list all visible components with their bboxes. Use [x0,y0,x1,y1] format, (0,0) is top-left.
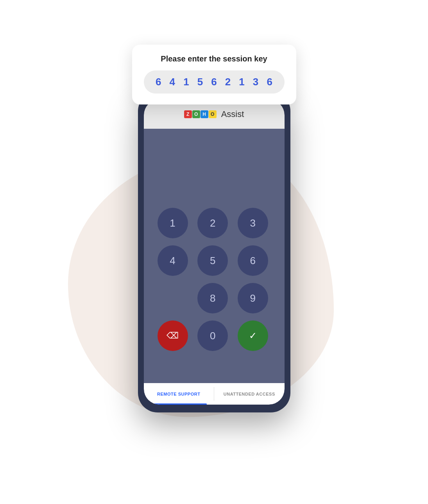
digit-0: 6 [153,76,164,88]
phone-frame: Z O H O Assist 1 2 3 4 5 6 [138,92,290,412]
delete-icon: ⌫ [167,331,179,341]
key-0[interactable]: 0 [197,320,228,351]
key-empty [158,283,188,313]
key-1[interactable]: 1 [158,208,188,238]
key-9[interactable]: 9 [238,283,268,313]
scene: Z O H O Assist 1 2 3 4 5 6 [38,27,390,477]
digit-4: 6 [208,76,219,88]
tab-bar: REMOTE SUPPORT UNATTENDED ACCESS [144,383,285,405]
zoho-logo: Z O H O [184,110,217,118]
zoho-o: O [192,110,200,118]
session-key-display: 6 4 1 5 6 2 1 3 6 [144,70,285,94]
logo-container: Z O H O Assist [184,109,244,119]
keypad-grid: 1 2 3 4 5 6 8 9 ⌫ 0 ✓ [158,208,271,351]
phone-screen: Z O H O Assist 1 2 3 4 5 6 [144,99,285,405]
session-title: Please enter the session key [144,54,285,63]
tab-unattended-access[interactable]: UNATTENDED ACCESS [214,383,285,405]
key-6[interactable]: 6 [238,245,268,276]
assist-label: Assist [221,109,244,119]
session-card: Please enter the session key 6 4 1 5 6 2… [132,45,296,104]
zoho-h: H [201,110,208,118]
key-4[interactable]: 4 [158,245,188,276]
key-3[interactable]: 3 [238,208,268,238]
digit-5: 2 [222,76,233,88]
digit-1: 4 [167,76,178,88]
check-icon: ✓ [249,330,257,341]
zoho-z: Z [184,110,192,118]
key-delete[interactable]: ⌫ [158,320,188,351]
zoho-o2: O [209,110,217,118]
key-2[interactable]: 2 [197,208,228,238]
key-5[interactable]: 5 [197,245,228,276]
digit-3: 5 [195,76,206,88]
tab-remote-support[interactable]: REMOTE SUPPORT [144,383,214,405]
digit-7: 3 [250,76,261,88]
key-8[interactable]: 8 [197,283,228,313]
digit-8: 6 [264,76,275,88]
keypad-area: 1 2 3 4 5 6 8 9 ⌫ 0 ✓ [144,168,285,383]
key-confirm[interactable]: ✓ [238,320,268,351]
digit-2: 1 [181,76,192,88]
digit-6: 1 [236,76,247,88]
